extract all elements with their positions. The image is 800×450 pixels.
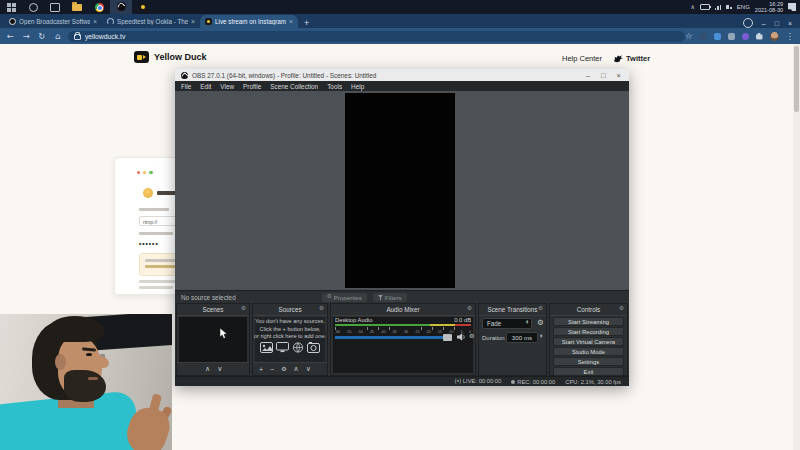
transition-spinner[interactable]: ▴▾	[526, 320, 528, 325]
extensions-puzzle-icon[interactable]	[756, 33, 763, 40]
menu-edit[interactable]: Edit	[200, 83, 211, 90]
transition-select[interactable]: Fade	[482, 318, 532, 329]
sources-empty-text: You don't have any sources. Click the + …	[253, 318, 327, 341]
tray-chevron-up-icon[interactable]: ∧	[690, 4, 694, 10]
browser-maximize-button[interactable]: □	[775, 20, 779, 27]
menu-view[interactable]: View	[220, 83, 234, 90]
browser-profile-icon[interactable]	[743, 18, 753, 28]
home-button[interactable]: ⌂	[50, 32, 66, 41]
studio-mode-button[interactable]: Studio Mode	[553, 347, 624, 356]
profile-avatar[interactable]	[770, 32, 779, 41]
site-brand[interactable]: Yellow Duck	[134, 51, 207, 63]
person-mouth	[88, 377, 98, 380]
task-view-icon[interactable]	[44, 0, 66, 14]
controls-header[interactable]: Controls ⚙	[550, 304, 627, 316]
browser-close-button[interactable]: ×	[788, 20, 792, 27]
browser-minimize-button[interactable]: –	[762, 20, 766, 27]
volume-slider-handle[interactable]	[443, 334, 452, 341]
start-virtual-camera-button[interactable]: Start Virtual Camera	[553, 337, 624, 346]
tab-speedtest[interactable]: Speedtest by Ookla - The Globa ×	[102, 15, 200, 28]
battery-icon[interactable]	[700, 4, 710, 11]
start-streaming-button[interactable]: Start Streaming	[553, 317, 624, 326]
obs-close-button[interactable]: ×	[617, 71, 621, 80]
bookmark-star-icon[interactable]: ☆	[685, 32, 693, 41]
sources-title: Sources	[278, 306, 301, 313]
network-icon[interactable]	[715, 5, 722, 10]
scene-up-icon[interactable]: ∧	[205, 366, 210, 373]
yellowduck-taskbar-icon[interactable]	[132, 0, 154, 14]
language-indicator[interactable]: ENG	[737, 4, 750, 10]
clock[interactable]: 16:29 2021-08-30	[755, 1, 783, 14]
gear-icon[interactable]: ⚙	[241, 306, 246, 312]
extension-icon-1[interactable]	[700, 33, 707, 40]
scenes-list[interactable]	[179, 317, 247, 363]
duration-field[interactable]: 300 ms	[506, 332, 538, 343]
extension-icon-3[interactable]	[728, 33, 735, 40]
obs-minimize-button[interactable]: –	[586, 71, 590, 80]
gear-icon[interactable]: ⚙	[619, 306, 624, 312]
forward-button[interactable]: →	[18, 32, 34, 41]
source-up-icon[interactable]: ∧	[294, 366, 299, 373]
chrome-taskbar-icon[interactable]	[88, 0, 110, 14]
extension-icon-2[interactable]	[714, 33, 721, 40]
filters-button[interactable]: Filters	[373, 293, 407, 302]
obs-video-canvas[interactable]	[345, 93, 455, 288]
volume-slider[interactable]	[335, 336, 447, 339]
help-center-link[interactable]: Help Center	[562, 54, 602, 63]
tab-yellowduck-active[interactable]: Live stream on Instagram from y ×	[200, 15, 298, 28]
new-tab-button[interactable]: +	[304, 18, 309, 28]
reload-button[interactable]: ↻	[34, 32, 50, 41]
source-down-icon[interactable]: ∨	[306, 366, 311, 373]
live-status: (•)LIVE: 00:00:00	[454, 378, 501, 385]
menu-tools[interactable]: Tools	[327, 83, 342, 90]
tab-close-icon[interactable]: ×	[191, 18, 195, 25]
gear-icon[interactable]: ⚙	[538, 306, 543, 312]
mixer-header[interactable]: Audio Mixer ⚙	[331, 304, 475, 316]
address-bar[interactable]: yellowduck.tv	[68, 31, 685, 42]
obs-maximize-button[interactable]: □	[601, 71, 606, 80]
card-footnote-line	[139, 286, 173, 289]
properties-button[interactable]: ⚙ Properties	[322, 293, 367, 302]
settings-button[interactable]: Settings	[553, 357, 624, 366]
volume-icon[interactable]	[726, 5, 732, 9]
menu-scene-collection[interactable]: Scene Collection	[270, 83, 318, 90]
speaker-icon[interactable]	[457, 333, 466, 341]
page-scrollbar-thumb[interactable]	[794, 46, 799, 112]
scenes-header[interactable]: Scenes ⚙	[177, 304, 249, 316]
obs-title-bar[interactable]: OBS 27.0.1 (64-bit, windows) - Profile: …	[175, 69, 629, 81]
notification-center-icon[interactable]	[788, 3, 796, 11]
gear-icon[interactable]: ⚙	[319, 306, 324, 312]
tab-close-icon[interactable]: ×	[93, 18, 97, 25]
traffic-light-dots	[137, 171, 153, 174]
back-button[interactable]: ←	[2, 32, 18, 41]
image-source-icon	[260, 342, 273, 353]
twitter-link[interactable]: Twitter	[614, 54, 650, 63]
person-hairline	[50, 316, 104, 342]
lock-icon[interactable]	[74, 34, 81, 40]
obs-taskbar-icon[interactable]	[110, 0, 132, 15]
menu-profile[interactable]: Profile	[243, 83, 261, 90]
menu-dots-icon[interactable]: ⋮	[786, 32, 795, 41]
mixer-channel-gear-icon[interactable]: ⚙	[469, 333, 474, 339]
exit-button[interactable]: Exit	[553, 367, 624, 376]
card-avatar	[143, 188, 153, 198]
remove-source-icon[interactable]: −	[270, 366, 274, 373]
source-properties-gear-icon[interactable]: ⚙	[281, 366, 286, 372]
sources-header[interactable]: Sources ⚙	[253, 304, 327, 316]
file-explorer-icon[interactable]	[66, 0, 88, 14]
duration-spinner[interactable]: ▴▾	[540, 334, 542, 339]
transitions-header[interactable]: Scene Transitions ⚙	[479, 304, 546, 316]
menu-file[interactable]: File	[181, 83, 191, 90]
scene-down-icon[interactable]: ∨	[217, 366, 222, 373]
tab-close-icon[interactable]: ×	[289, 18, 293, 25]
gear-icon[interactable]: ⚙	[467, 306, 472, 312]
start-button-icon[interactable]	[0, 0, 22, 14]
obs-logo-icon	[181, 72, 188, 79]
menu-help[interactable]: Help	[351, 83, 364, 90]
tab-obs-website[interactable]: Open Broadcaster Software | OB ×	[4, 15, 102, 28]
search-icon[interactable]	[22, 0, 44, 14]
start-recording-button[interactable]: Start Recording	[553, 327, 624, 336]
add-source-icon[interactable]: +	[259, 366, 263, 373]
transition-gear-icon[interactable]: ⚙	[537, 319, 544, 327]
extension-icon-4[interactable]	[742, 33, 749, 40]
